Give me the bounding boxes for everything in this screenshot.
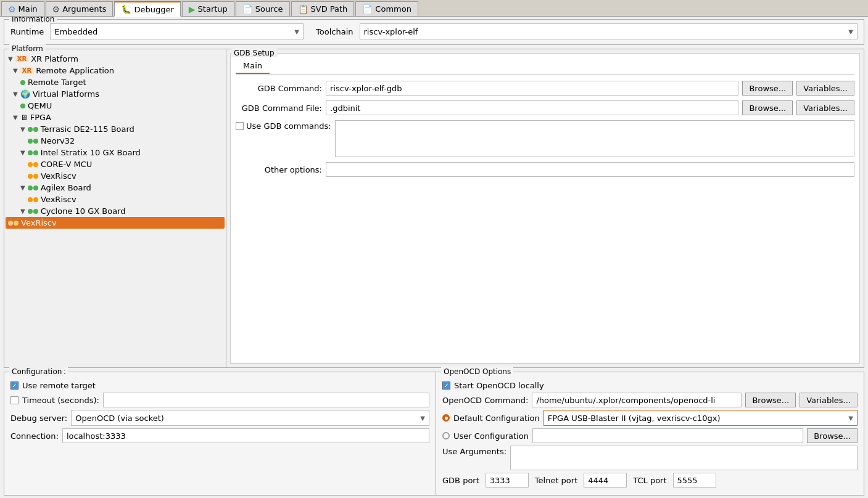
tree-vexriscv-cyclone[interactable]: VexRiscv [6,217,225,229]
tree-terrasic[interactable]: ▼ Terrasic DE2-115 Board [6,123,225,135]
use-gdb-commands-label: Use GDB commands: [246,121,331,131]
arrow-icon: ▼ [20,126,25,133]
connection-input[interactable] [62,428,429,443]
tab-debugger[interactable]: 🐛 Debugger [114,1,180,17]
user-config-radio[interactable] [442,432,450,439]
user-config-input[interactable] [532,428,803,443]
debug-server-combo[interactable]: OpenOCD (via socket) ▼ [71,410,429,426]
tab-startup[interactable]: ▶ Startup [182,1,234,16]
tcl-port-input[interactable] [673,473,716,488]
use-gdb-commands-row: Use GDB commands: [236,120,854,157]
debugger-tab-icon: 🐛 [121,4,131,14]
tree-remote-app[interactable]: ▼ XR Remote Application [6,65,225,76]
tree-intel-stratix[interactable]: ▼ Intel Stratix 10 GX Board [6,147,225,158]
openocd-command-input[interactable] [532,393,742,407]
fpga-label: FPGA [30,113,51,122]
tree-vexriscv-agilex[interactable]: VexRiscv [6,194,225,205]
tcl-port-label: TCL port [633,476,666,485]
timeout-label: Timeout (seconds): [22,396,99,405]
timeout-input[interactable] [103,393,429,407]
telnet-port-input[interactable] [584,473,627,488]
default-config-combo[interactable]: FPGA USB-Blaster II (vjtag, vexriscv-c10… [544,410,858,426]
default-config-radio[interactable] [442,414,450,422]
use-gdb-textarea[interactable] [335,120,854,157]
toolchain-dropdown-arrow[interactable]: ▼ [848,28,853,35]
gdb-command-file-row: GDB Command File: Browse... Variables... [236,100,854,115]
terrasic-label: Terrasic DE2-115 Board [41,124,134,134]
remote-target-label: Remote Target [28,78,86,87]
platform-title: Platform [9,44,46,53]
arrow-icon: ▼ [13,114,18,121]
remote-target-panel: Remote Target ✓ Use remote target Timeou… [4,372,436,495]
user-config-row: User Configuration Browse... [442,428,858,443]
tree-agilex[interactable]: ▼ Agilex Board [6,182,225,194]
runtime-combo[interactable]: Embedded ▼ [50,23,304,39]
information-section: Information Runtime Embedded ▼ Toolchain… [4,19,864,45]
default-config-arrow: ▼ [848,415,853,422]
timeout-checkbox[interactable] [10,396,19,404]
gdb-command-file-variables-button[interactable]: Variables... [796,100,854,115]
openocd-command-row: OpenOCD Command: Browse... Variables... [442,393,858,407]
arrow-icon: ▼ [20,184,25,191]
gdb-command-file-browse-button[interactable]: Browse... [742,100,793,115]
vexriscv-stratix-label: VexRiscv [41,171,76,181]
tree-qemu[interactable]: QEMU [6,100,225,112]
use-arguments-textarea[interactable] [510,446,858,470]
information-title: Information [9,17,57,23]
arrow-icon: ▼ [20,208,25,214]
source-tab-icon: 📄 [242,4,253,14]
other-options-input[interactable] [326,162,854,177]
tree-corev-mcu[interactable]: CORE-V MCU [6,158,225,170]
gdb-tab-bar: Main [236,59,854,75]
tree-neorv32[interactable]: Neorv32 [6,135,225,147]
configuration-section: Configuration Remote Target ✓ Use remote… [4,372,864,496]
tree-vexriscv-stratix[interactable]: VexRiscv [6,170,225,182]
gdb-command-variables-button[interactable]: Variables... [796,81,854,96]
connection-label: Connection: [10,431,59,441]
gdb-command-browse-button[interactable]: Browse... [742,81,793,96]
start-locally-checkbox[interactable]: ✓ [442,382,450,390]
use-remote-target-checkbox[interactable]: ✓ [10,382,19,390]
dot-pair-icon [28,162,38,167]
openocd-options-panel: OpenOCD Options ✓ Start OpenOCD locally … [436,372,864,495]
user-config-browse-button[interactable]: Browse... [807,428,858,443]
tree-cyclone[interactable]: ▼ Cyclone 10 GX Board [6,205,225,217]
use-gdb-checkbox[interactable] [236,122,244,130]
gdb-setup-panel: GDB Setup Main GDB Command: Browse... Va… [226,49,864,367]
tab-svdpath[interactable]: 📋 SVD Path [291,1,355,16]
dot-green-icon [20,104,25,108]
ports-row: GDB port Telnet port TCL port [442,473,858,488]
tab-source[interactable]: 📄 Source [236,1,290,16]
openocd-browse-button[interactable]: Browse... [745,393,796,407]
gdb-command-file-input[interactable] [326,100,738,115]
tab-common[interactable]: 📄 Common [355,1,418,16]
gdb-command-input[interactable] [326,81,738,96]
openocd-variables-button[interactable]: Variables... [800,393,858,407]
tree-fpga[interactable]: ▼ 🖥 FPGA [6,112,225,123]
user-config-label: User Configuration [453,431,529,441]
xr-badge: XR [20,67,33,74]
runtime-dropdown-arrow[interactable]: ▼ [294,28,299,35]
arrow-icon: ▼ [20,149,25,156]
start-locally-label: Start OpenOCD locally [454,381,544,390]
info-row: Runtime Embedded ▼ Toolchain riscv-xplor… [10,23,858,39]
dot-pair-icon [28,209,38,214]
common-tab-icon: 📄 [362,4,373,14]
vexriscv-cyclone-label: VexRiscv [21,218,57,227]
tab-main[interactable]: ⚙ Main [1,1,44,16]
corev-mcu-label: CORE-V MCU [41,160,92,169]
toolchain-combo[interactable]: riscv-xplor-elf ▼ [360,23,858,39]
tab-arguments[interactable]: ⚙ Arguments [46,1,114,16]
dot-pair-icon [28,139,38,144]
tree-virtual-platforms[interactable]: ▼ 🌍 Virtual Platforms [6,88,225,100]
main-tab-icon: ⚙ [8,4,16,14]
use-arguments-label: Use Arguments: [442,446,506,456]
gdb-tab-main[interactable]: Main [236,59,270,74]
debug-server-label: Debug server: [10,414,67,423]
tree-remote-target[interactable]: Remote Target [6,76,225,88]
xr-platform-label: XR Platform [31,54,78,63]
gdb-port-input[interactable] [486,473,529,488]
use-remote-target-label: Use remote target [22,381,96,390]
tree-xr-platform[interactable]: ▼ XR XR Platform [6,53,225,65]
default-config-row: Default Configuration FPGA USB-Blaster I… [442,410,858,426]
